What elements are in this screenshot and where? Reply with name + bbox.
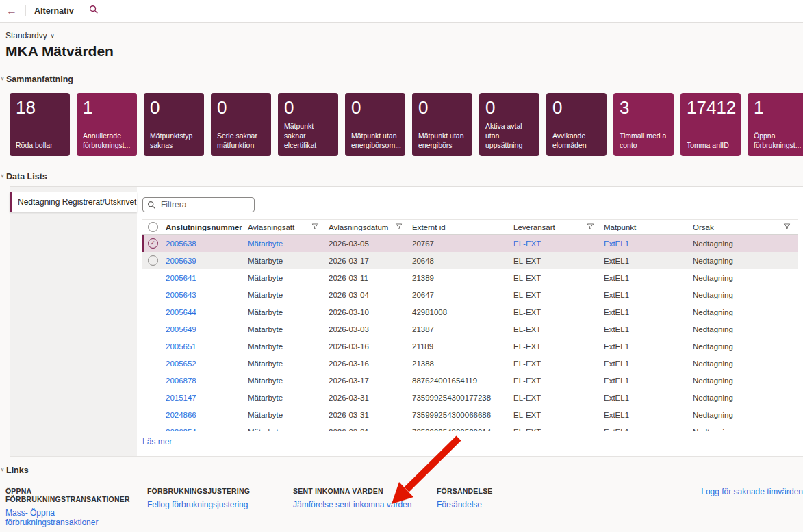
table-row[interactable]: 2006878 Mätarbyte 2026-03-17 88762400165… <box>142 372 798 389</box>
chevron-down-icon: ∨ <box>51 33 55 39</box>
cell-anslutningsnummer[interactable]: 2005639 <box>163 257 245 265</box>
link-item[interactable]: Fellog förbrukningsjustering <box>147 500 293 509</box>
cue-tile-label: Öppna förbrukningst... <box>754 131 802 151</box>
filter-icon[interactable] <box>395 223 403 231</box>
cell-anslutningsnummer[interactable]: 2024866 <box>163 411 245 419</box>
table-row[interactable]: 2024866 Mätarbyte 2026-03-31 73599925430… <box>142 406 798 423</box>
filter-icon[interactable] <box>311 223 319 231</box>
cell-leveransart: EL-EXT <box>511 377 601 385</box>
cell-anslutningsnummer[interactable]: 2005652 <box>163 359 245 368</box>
table-header-cell[interactable]: Leveransart <box>511 223 601 231</box>
table-row[interactable]: 2026254 Mätarbyte 2026-03-31 73599925430… <box>142 423 798 431</box>
select-all-checkbox[interactable] <box>148 222 158 232</box>
cue-tile-value: 0 <box>217 98 265 118</box>
table-header-cell[interactable]: Anslutningsnummer <box>163 223 245 231</box>
sidebar-item-nedtagning[interactable]: Nedtagning Registrerat/Utskrivet <box>10 192 137 212</box>
cell-anslutningsnummer[interactable]: 2005644 <box>163 308 245 316</box>
back-button[interactable]: ← <box>6 5 17 16</box>
cue-tile[interactable]: 0 Mätpunkt saknar elcertifikat <box>278 93 338 156</box>
cue-tile-label: Mätpunktstyp saknas <box>150 131 198 151</box>
filter-input[interactable] <box>142 197 255 212</box>
cue-tile[interactable]: 3 Timmall med a conto <box>613 93 674 156</box>
top-command-bar: ← Alternativ <box>0 0 803 23</box>
table-row[interactable]: 2005643 Mätarbyte 2026-03-04 20647 EL-EX… <box>142 286 798 303</box>
data-lists-heading[interactable]: ∨ Data Lists <box>6 172 803 181</box>
cell-anslutningsnummer[interactable]: 2005649 <box>163 325 245 333</box>
table-row[interactable]: 2005649 Mätarbyte 2026-03-03 21387 EL-EX… <box>142 320 798 338</box>
cue-tile[interactable]: 0 Avvikande elområden <box>546 93 607 156</box>
filter-icon[interactable] <box>783 223 791 231</box>
cell-anslutningsnummer[interactable]: 2006878 <box>163 377 245 385</box>
cell-anslutningsnummer[interactable]: 2005641 <box>163 274 245 282</box>
view-selector-label: Standardvy <box>5 31 47 40</box>
link-item[interactable]: Försändelse <box>437 500 701 509</box>
read-more-link[interactable]: Läs mer <box>142 437 172 446</box>
cell-leveransart: EL-EXT <box>511 240 601 248</box>
toolbar-divider <box>25 5 26 16</box>
table-header-cell[interactable]: Mätpunkt <box>601 223 690 231</box>
column-label: Orsak <box>693 223 714 231</box>
table-row[interactable]: 2005639 Mätarbyte 2026-03-17 20648 EL-EX… <box>142 252 798 269</box>
link-item[interactable]: Jämförelse sent inkomna värden <box>293 500 437 509</box>
cue-tile[interactable]: 1 Annullerade förbrukningst... <box>77 93 137 156</box>
table-header-cell[interactable]: Avläsningsätt <box>245 223 326 231</box>
link-groups: ÖPPNA FÖRBRUKNINGSTRANSAKTIONER Mass- Öp… <box>5 487 803 527</box>
link-item[interactable]: Mass- Öppna förbrukningstransaktioner <box>5 508 147 527</box>
links-heading[interactable]: ∨ Links <box>6 466 803 475</box>
cue-tile-group: 18 Röda bollar 1 Annullerade förbrukning… <box>10 93 803 156</box>
options-button[interactable]: Alternativ <box>34 6 74 16</box>
cell-anslutningsnummer[interactable]: 2015147 <box>163 394 245 402</box>
cell-avlasningsdatum: 2026-03-03 <box>326 325 409 333</box>
table-header-cell[interactable]: Orsak <box>690 223 798 231</box>
summary-heading[interactable]: ∨ Sammanfattning <box>6 75 803 84</box>
table-header-cell[interactable]: Avläsningsdatum <box>326 223 409 231</box>
table-row[interactable]: 2005651 Mätarbyte 2026-03-16 21189 EL-EX… <box>142 338 798 355</box>
cell-anslutningsnummer[interactable]: 2005643 <box>163 291 245 299</box>
cell-avlasningsdatum: 2026-03-16 <box>326 342 409 351</box>
cue-tile[interactable]: 0 Mätpunkt utan energibörsom... <box>345 93 405 156</box>
cue-tile-value: 17412 <box>687 98 735 118</box>
cue-tile-value: 18 <box>16 98 64 118</box>
cue-tile[interactable]: 0 Serie saknar mätfunktion <box>211 93 271 156</box>
link-item[interactable]: Logg för saknade timvärden <box>701 487 803 496</box>
search-button[interactable] <box>89 5 99 17</box>
collapse-chevron-icon: ∨ <box>1 173 4 179</box>
cue-tile[interactable]: 0 Aktiva avtal utan uppsättning <box>479 93 539 156</box>
cell-leveransart: EL-EXT <box>511 342 601 351</box>
table-row[interactable]: 2005644 Mätarbyte 2026-03-10 42981008 EL… <box>142 303 798 320</box>
row-checkbox[interactable] <box>148 255 158 266</box>
cue-tile-label: Mätpunkt utan energibörsom... <box>351 131 399 151</box>
cue-tile[interactable]: 18 Röda bollar <box>10 93 70 156</box>
table-row[interactable]: 2005641 Mätarbyte 2026-03-11 21389 EL-EX… <box>142 269 798 286</box>
cue-tile-value: 0 <box>485 98 533 118</box>
table-body[interactable]: 2005638 Mätarbyte 2026-03-05 20767 EL-EX… <box>142 235 798 431</box>
row-checkbox[interactable] <box>148 238 158 249</box>
table-row[interactable]: 2005638 Mätarbyte 2026-03-05 20767 EL-EX… <box>142 235 798 252</box>
view-selector[interactable]: Standardvy ∨ <box>5 31 55 40</box>
table-row[interactable]: 2015147 Mätarbyte 2026-03-31 73599925430… <box>142 389 798 406</box>
link-group-header: ÖPPNA FÖRBRUKNINGSTRANSAKTIONER <box>5 487 147 503</box>
cue-tile[interactable]: 0 Mätpunktstyp saknas <box>144 93 204 156</box>
cue-tile-label: Tomma anlID <box>687 141 735 151</box>
cell-avlasningsatt: Mätarbyte <box>245 359 326 368</box>
cue-tile-label: Aktiva avtal utan uppsättning <box>485 122 533 151</box>
filter-icon[interactable] <box>587 223 594 231</box>
cell-orsak: Nedtagning <box>690 411 798 419</box>
table-row[interactable]: 2005652 Mätarbyte 2026-03-16 21388 EL-EX… <box>142 355 798 372</box>
data-lists-card: Nedtagning Registrerat/Utskrivet Anslutn… <box>10 186 803 457</box>
cell-externt-id: 20647 <box>409 291 511 299</box>
cell-leveransart: EL-EXT <box>511 274 601 282</box>
cue-tile[interactable]: 17412 Tomma anlID <box>680 93 741 156</box>
cell-anslutningsnummer[interactable]: 2026254 <box>163 428 245 432</box>
cue-tile-label: Mätpunkt saknar elcertifikat <box>284 122 332 151</box>
cell-anslutningsnummer[interactable]: 2005638 <box>163 240 245 248</box>
cell-matpunkt: ExtEL1 <box>601 257 690 265</box>
cue-tile[interactable]: 1 Öppna förbrukningst... <box>748 93 803 156</box>
table-header-cell[interactable]: Externt id <box>409 223 511 231</box>
cell-matpunkt: ExtEL1 <box>601 240 690 248</box>
cell-avlasningsatt: Mätarbyte <box>245 428 326 432</box>
cue-tile[interactable]: 0 Mätpunkt utan energibörs <box>412 93 472 156</box>
cell-leveransart: EL-EXT <box>511 325 601 333</box>
cue-tile-label: Timmall med a conto <box>620 131 667 151</box>
cell-anslutningsnummer[interactable]: 2005651 <box>163 342 245 351</box>
